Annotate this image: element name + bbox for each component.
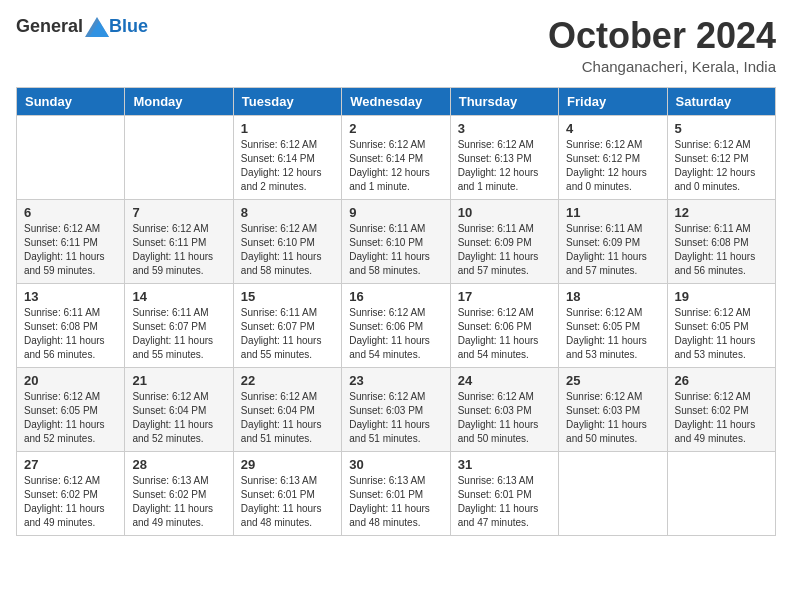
weekday-header-thursday: Thursday [450,87,558,115]
calendar-week-2: 6Sunrise: 6:12 AMSunset: 6:11 PMDaylight… [17,199,776,283]
day-number: 19 [675,289,768,304]
month-title: October 2024 [548,16,776,56]
day-info: Sunrise: 6:12 AMSunset: 6:11 PMDaylight:… [24,222,117,278]
calendar-cell: 19Sunrise: 6:12 AMSunset: 6:05 PMDayligh… [667,283,775,367]
day-info: Sunrise: 6:12 AMSunset: 6:12 PMDaylight:… [566,138,659,194]
calendar-body: 1Sunrise: 6:12 AMSunset: 6:14 PMDaylight… [17,115,776,535]
day-number: 14 [132,289,225,304]
logo-general: General [16,16,83,37]
day-info: Sunrise: 6:12 AMSunset: 6:04 PMDaylight:… [132,390,225,446]
calendar-cell: 14Sunrise: 6:11 AMSunset: 6:07 PMDayligh… [125,283,233,367]
day-number: 1 [241,121,334,136]
day-number: 7 [132,205,225,220]
day-info: Sunrise: 6:12 AMSunset: 6:06 PMDaylight:… [458,306,551,362]
day-number: 29 [241,457,334,472]
day-info: Sunrise: 6:12 AMSunset: 6:10 PMDaylight:… [241,222,334,278]
calendar-cell: 30Sunrise: 6:13 AMSunset: 6:01 PMDayligh… [342,451,450,535]
day-number: 24 [458,373,551,388]
calendar-cell: 6Sunrise: 6:12 AMSunset: 6:11 PMDaylight… [17,199,125,283]
calendar-cell: 23Sunrise: 6:12 AMSunset: 6:03 PMDayligh… [342,367,450,451]
calendar-cell: 26Sunrise: 6:12 AMSunset: 6:02 PMDayligh… [667,367,775,451]
day-info: Sunrise: 6:12 AMSunset: 6:03 PMDaylight:… [458,390,551,446]
calendar-week-1: 1Sunrise: 6:12 AMSunset: 6:14 PMDaylight… [17,115,776,199]
weekday-header-friday: Friday [559,87,667,115]
day-number: 30 [349,457,442,472]
calendar-cell: 10Sunrise: 6:11 AMSunset: 6:09 PMDayligh… [450,199,558,283]
day-info: Sunrise: 6:12 AMSunset: 6:03 PMDaylight:… [566,390,659,446]
day-number: 17 [458,289,551,304]
calendar-header: SundayMondayTuesdayWednesdayThursdayFrid… [17,87,776,115]
calendar-cell: 16Sunrise: 6:12 AMSunset: 6:06 PMDayligh… [342,283,450,367]
day-info: Sunrise: 6:13 AMSunset: 6:01 PMDaylight:… [241,474,334,530]
calendar-week-4: 20Sunrise: 6:12 AMSunset: 6:05 PMDayligh… [17,367,776,451]
day-number: 3 [458,121,551,136]
weekday-header-sunday: Sunday [17,87,125,115]
day-number: 28 [132,457,225,472]
calendar-cell: 20Sunrise: 6:12 AMSunset: 6:05 PMDayligh… [17,367,125,451]
day-info: Sunrise: 6:11 AMSunset: 6:10 PMDaylight:… [349,222,442,278]
day-info: Sunrise: 6:11 AMSunset: 6:07 PMDaylight:… [132,306,225,362]
weekday-header-row: SundayMondayTuesdayWednesdayThursdayFrid… [17,87,776,115]
day-info: Sunrise: 6:11 AMSunset: 6:08 PMDaylight:… [675,222,768,278]
day-number: 26 [675,373,768,388]
day-number: 11 [566,205,659,220]
calendar-cell: 17Sunrise: 6:12 AMSunset: 6:06 PMDayligh… [450,283,558,367]
day-info: Sunrise: 6:12 AMSunset: 6:11 PMDaylight:… [132,222,225,278]
day-number: 21 [132,373,225,388]
day-number: 20 [24,373,117,388]
day-number: 18 [566,289,659,304]
day-number: 27 [24,457,117,472]
day-number: 2 [349,121,442,136]
calendar-cell: 22Sunrise: 6:12 AMSunset: 6:04 PMDayligh… [233,367,341,451]
day-number: 22 [241,373,334,388]
logo-icon [85,17,109,37]
calendar-cell: 13Sunrise: 6:11 AMSunset: 6:08 PMDayligh… [17,283,125,367]
day-number: 13 [24,289,117,304]
day-number: 31 [458,457,551,472]
calendar-cell: 27Sunrise: 6:12 AMSunset: 6:02 PMDayligh… [17,451,125,535]
day-info: Sunrise: 6:12 AMSunset: 6:14 PMDaylight:… [241,138,334,194]
weekday-header-tuesday: Tuesday [233,87,341,115]
weekday-header-saturday: Saturday [667,87,775,115]
calendar-cell: 12Sunrise: 6:11 AMSunset: 6:08 PMDayligh… [667,199,775,283]
day-number: 5 [675,121,768,136]
calendar-cell: 28Sunrise: 6:13 AMSunset: 6:02 PMDayligh… [125,451,233,535]
weekday-header-monday: Monday [125,87,233,115]
page-header: General Blue October 2024 Changanacheri,… [16,16,776,75]
calendar-cell: 1Sunrise: 6:12 AMSunset: 6:14 PMDaylight… [233,115,341,199]
day-info: Sunrise: 6:12 AMSunset: 6:05 PMDaylight:… [566,306,659,362]
day-number: 12 [675,205,768,220]
day-number: 9 [349,205,442,220]
day-info: Sunrise: 6:11 AMSunset: 6:09 PMDaylight:… [566,222,659,278]
day-info: Sunrise: 6:12 AMSunset: 6:04 PMDaylight:… [241,390,334,446]
calendar-cell [125,115,233,199]
calendar-cell: 15Sunrise: 6:11 AMSunset: 6:07 PMDayligh… [233,283,341,367]
day-number: 16 [349,289,442,304]
calendar-cell: 25Sunrise: 6:12 AMSunset: 6:03 PMDayligh… [559,367,667,451]
day-info: Sunrise: 6:11 AMSunset: 6:08 PMDaylight:… [24,306,117,362]
calendar-table: SundayMondayTuesdayWednesdayThursdayFrid… [16,87,776,536]
calendar-cell: 9Sunrise: 6:11 AMSunset: 6:10 PMDaylight… [342,199,450,283]
calendar-week-3: 13Sunrise: 6:11 AMSunset: 6:08 PMDayligh… [17,283,776,367]
logo: General Blue [16,16,148,37]
calendar-cell: 18Sunrise: 6:12 AMSunset: 6:05 PMDayligh… [559,283,667,367]
calendar-cell: 5Sunrise: 6:12 AMSunset: 6:12 PMDaylight… [667,115,775,199]
calendar-cell: 11Sunrise: 6:11 AMSunset: 6:09 PMDayligh… [559,199,667,283]
calendar-cell: 29Sunrise: 6:13 AMSunset: 6:01 PMDayligh… [233,451,341,535]
day-info: Sunrise: 6:12 AMSunset: 6:12 PMDaylight:… [675,138,768,194]
calendar-cell: 7Sunrise: 6:12 AMSunset: 6:11 PMDaylight… [125,199,233,283]
calendar-cell: 24Sunrise: 6:12 AMSunset: 6:03 PMDayligh… [450,367,558,451]
title-section: October 2024 Changanacheri, Kerala, Indi… [548,16,776,75]
day-info: Sunrise: 6:12 AMSunset: 6:03 PMDaylight:… [349,390,442,446]
day-info: Sunrise: 6:13 AMSunset: 6:01 PMDaylight:… [458,474,551,530]
calendar-cell [17,115,125,199]
calendar-cell: 8Sunrise: 6:12 AMSunset: 6:10 PMDaylight… [233,199,341,283]
calendar-cell: 4Sunrise: 6:12 AMSunset: 6:12 PMDaylight… [559,115,667,199]
calendar-cell [667,451,775,535]
day-info: Sunrise: 6:12 AMSunset: 6:02 PMDaylight:… [675,390,768,446]
day-number: 23 [349,373,442,388]
day-info: Sunrise: 6:11 AMSunset: 6:07 PMDaylight:… [241,306,334,362]
calendar-cell: 3Sunrise: 6:12 AMSunset: 6:13 PMDaylight… [450,115,558,199]
day-info: Sunrise: 6:13 AMSunset: 6:01 PMDaylight:… [349,474,442,530]
day-info: Sunrise: 6:12 AMSunset: 6:02 PMDaylight:… [24,474,117,530]
